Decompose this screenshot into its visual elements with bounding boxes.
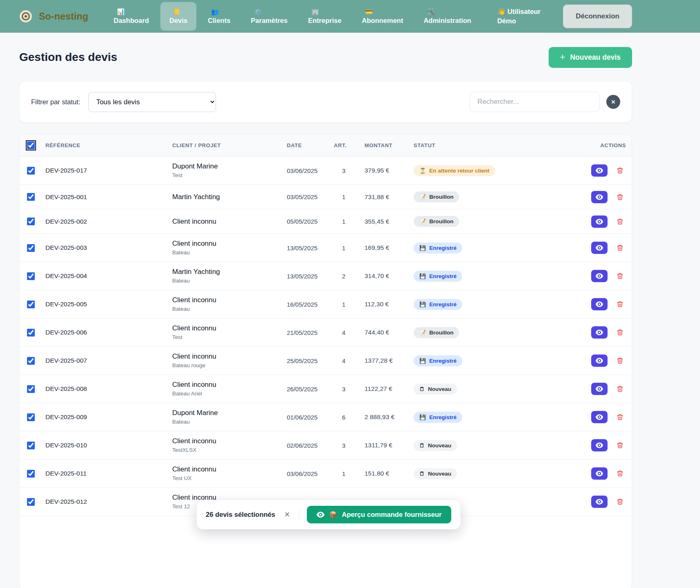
nav-item-abonnement[interactable]: 💳 Abonnement	[353, 2, 412, 31]
delete-quote-button[interactable]	[617, 167, 623, 174]
settings-icon: ⚙️	[254, 8, 262, 16]
row-checkbox[interactable]	[27, 442, 35, 449]
status-icon: 📝	[419, 194, 426, 200]
view-quote-button[interactable]	[591, 383, 608, 395]
eye-icon	[596, 301, 603, 307]
status-label: Nouveau	[428, 386, 451, 392]
row-checkbox[interactable]	[27, 385, 35, 393]
eye-icon	[596, 442, 603, 448]
column-header-articles[interactable]: Art.	[334, 142, 365, 148]
column-header-status[interactable]: Statut	[414, 142, 566, 148]
quote-amount: 1122,27 €	[365, 385, 414, 393]
trash-icon	[617, 244, 623, 251]
clients-icon: 👥	[211, 8, 219, 16]
table-row: DEV-2025-008 Client inconnu Bateau Ariel…	[20, 375, 632, 403]
status-label: Enregistré	[429, 414, 457, 420]
row-checkbox[interactable]	[27, 413, 35, 421]
row-checkbox[interactable]	[27, 218, 35, 225]
status-label: Brouillon	[429, 218, 453, 224]
nav-item-entreprise[interactable]: 🏢 Entreprise	[299, 2, 351, 31]
row-checkbox[interactable]	[27, 167, 35, 175]
article-count: 3	[334, 386, 365, 393]
logout-button[interactable]: Déconnexion	[563, 4, 632, 28]
nav-user: 👋 Utilisateur Démo	[497, 7, 540, 26]
select-all-checkbox[interactable]	[27, 141, 35, 149]
status-icon: 💾	[419, 415, 426, 420]
nav-item-dashboard[interactable]: 📊 Dashboard	[105, 2, 158, 31]
view-quote-button[interactable]	[591, 439, 608, 451]
delete-quote-button[interactable]	[617, 442, 623, 449]
delete-quote-button[interactable]	[617, 498, 623, 505]
column-header-amount[interactable]: Montant	[365, 142, 414, 148]
delete-quote-button[interactable]	[617, 413, 623, 421]
column-header-date[interactable]: Date	[287, 142, 334, 148]
delete-quote-button[interactable]	[617, 385, 623, 393]
quote-date: 03/05/2025	[287, 193, 334, 200]
quote-amount: 151,80 €	[365, 470, 414, 477]
view-quote-button[interactable]	[591, 270, 608, 282]
row-checkbox[interactable]	[27, 193, 35, 201]
delete-quote-button[interactable]	[617, 329, 623, 336]
status-icon: 🗒	[419, 443, 425, 448]
quote-reference: DEV-2025-004	[45, 272, 172, 280]
supplier-order-preview-button[interactable]: 📦 Aperçu commande fournisseur	[307, 506, 451, 523]
project-name: Bateau	[172, 277, 190, 285]
search-input[interactable]	[470, 92, 600, 112]
view-quote-button[interactable]	[591, 242, 608, 254]
row-checkbox[interactable]	[27, 301, 35, 308]
column-header-client-project[interactable]: Client / Projet	[172, 142, 287, 148]
new-quote-button[interactable]: + Nouveau devis	[549, 47, 632, 68]
brand[interactable]: So-nesting	[19, 10, 88, 23]
status-badge: 📝 Brouillon	[414, 191, 459, 202]
delete-quote-button[interactable]	[617, 357, 623, 364]
view-quote-button[interactable]	[591, 467, 608, 480]
row-checkbox[interactable]	[27, 244, 35, 252]
view-quote-button[interactable]	[591, 355, 608, 367]
table-row: DEV-2025-001 Martin Yachting 03/05/2025 …	[20, 185, 632, 209]
status-filter-select[interactable]: Tous les devis	[88, 92, 216, 112]
view-quote-button[interactable]	[591, 411, 608, 423]
row-checkbox[interactable]	[27, 272, 35, 280]
status-icon: 🗒	[419, 471, 425, 476]
nav-item-administration[interactable]: 🛠️ Administration	[414, 2, 480, 31]
delete-quote-button[interactable]	[617, 244, 623, 251]
eye-icon	[596, 219, 603, 224]
view-quote-button[interactable]	[591, 326, 608, 339]
nav-item-devis[interactable]: 📒 Devis	[160, 2, 196, 31]
view-quote-button[interactable]	[591, 215, 608, 228]
clear-search-button[interactable]: ✕	[606, 95, 620, 109]
delete-quote-button[interactable]	[617, 193, 623, 201]
view-quote-button[interactable]	[591, 164, 608, 177]
status-badge: 💾 Enregistré	[414, 271, 462, 282]
status-icon: 📝	[419, 330, 426, 335]
delete-quote-button[interactable]	[617, 218, 623, 225]
row-checkbox[interactable]	[27, 329, 35, 337]
table-row: DEV-2025-007 Client inconnu Bateau rouge…	[20, 347, 632, 375]
client-name: Client inconnu	[172, 465, 216, 474]
row-checkbox[interactable]	[27, 357, 35, 365]
quote-amount: 169,95 €	[365, 244, 414, 251]
nav-item-clients[interactable]: 👥 Clients	[199, 2, 239, 31]
row-checkbox[interactable]	[27, 498, 35, 506]
view-quote-button[interactable]	[591, 496, 608, 508]
administration-icon: 🛠️	[427, 8, 434, 16]
trash-icon	[617, 272, 623, 280]
column-header-actions[interactable]: Actions	[566, 142, 632, 148]
delete-quote-button[interactable]	[617, 272, 623, 280]
client-name: Martin Yachting	[172, 193, 220, 202]
delete-quote-button[interactable]	[617, 301, 623, 308]
status-badge: 🗒 Nouveau	[414, 384, 457, 395]
delete-quote-button[interactable]	[617, 470, 623, 477]
status-label: Enregistré	[429, 358, 457, 364]
column-header-reference[interactable]: Référence	[45, 142, 172, 148]
nav-item-paramètres[interactable]: ⚙️ Paramètres	[242, 2, 297, 31]
row-checkbox[interactable]	[27, 470, 35, 478]
view-quote-button[interactable]	[591, 298, 608, 310]
view-quote-button[interactable]	[591, 191, 608, 203]
table-row: DEV-2025-004 Martin Yachting Bateau 13/0…	[20, 262, 632, 290]
quote-reference: DEV-2025-006	[45, 329, 172, 336]
table-row: DEV-2025-006 Client inconnu Test 21/05/2…	[20, 319, 632, 347]
quote-date: 13/05/2025	[287, 273, 334, 280]
article-count: 4	[334, 357, 365, 364]
close-selection-button[interactable]: ✕	[283, 509, 292, 520]
